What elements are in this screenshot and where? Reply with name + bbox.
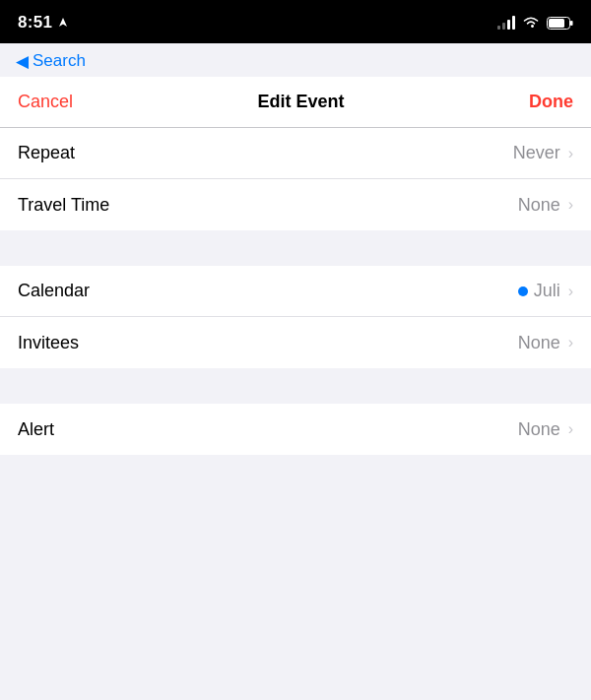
calendar-value-text: Juli: [534, 281, 560, 301]
invitees-value-text: None: [518, 333, 560, 353]
repeat-value: Never ›: [513, 143, 573, 163]
travel-time-value: None ›: [518, 195, 573, 216]
svg-rect-2: [549, 19, 564, 28]
invitees-chevron-icon: ›: [568, 334, 573, 351]
calendar-value: Juli ›: [518, 281, 573, 301]
invitees-label: Invitees: [18, 333, 79, 353]
nav-title: Edit Event: [258, 92, 345, 112]
invitees-row[interactable]: Invitees None ›: [0, 317, 591, 368]
signal-bars-icon: [497, 16, 515, 30]
back-label: Search: [33, 51, 86, 71]
repeat-chevron-icon: ›: [568, 145, 573, 162]
alert-value-text: None: [518, 419, 560, 440]
clock-time: 8:51: [18, 13, 52, 32]
done-button[interactable]: Done: [529, 92, 573, 112]
alert-chevron-icon: ›: [568, 420, 573, 438]
alert-value: None ›: [518, 419, 573, 440]
alert-label: Alert: [18, 419, 54, 440]
status-time: 8:51: [18, 13, 69, 32]
section-alert: Alert None ›: [0, 404, 591, 455]
status-bar: 8:51: [0, 0, 591, 43]
status-icons: [497, 16, 573, 30]
travel-time-row[interactable]: Travel Time None ›: [0, 179, 591, 230]
svg-rect-3: [570, 21, 573, 26]
back-navigation[interactable]: ◀ Search: [0, 43, 591, 77]
repeat-label: Repeat: [18, 143, 75, 163]
section-calendar-invitees: Calendar Juli › Invitees None ›: [0, 266, 591, 368]
travel-time-chevron-icon: ›: [568, 196, 573, 214]
invitees-value: None ›: [518, 333, 573, 353]
location-arrow-icon: [57, 17, 69, 29]
content-area: Repeat Never › Travel Time None › Calend…: [0, 128, 591, 652]
section-gap-1: [0, 230, 591, 266]
alert-row[interactable]: Alert None ›: [0, 404, 591, 455]
wifi-icon: [522, 16, 540, 30]
calendar-dot-icon: [518, 286, 528, 296]
navigation-bar: Cancel Edit Event Done: [0, 77, 591, 128]
cancel-button[interactable]: Cancel: [18, 92, 73, 112]
repeat-value-text: Never: [513, 143, 560, 163]
travel-time-value-text: None: [518, 195, 560, 216]
back-chevron-icon: ◀: [16, 53, 29, 70]
calendar-label: Calendar: [18, 281, 90, 301]
section-repeat-travel: Repeat Never › Travel Time None ›: [0, 128, 591, 230]
calendar-row[interactable]: Calendar Juli ›: [0, 266, 591, 317]
travel-time-label: Travel Time: [18, 195, 109, 216]
repeat-row[interactable]: Repeat Never ›: [0, 128, 591, 179]
calendar-chevron-icon: ›: [568, 283, 573, 300]
section-gap-2: [0, 368, 591, 404]
svg-marker-0: [59, 18, 67, 27]
bottom-gap: [0, 455, 591, 652]
battery-icon: [547, 17, 573, 30]
